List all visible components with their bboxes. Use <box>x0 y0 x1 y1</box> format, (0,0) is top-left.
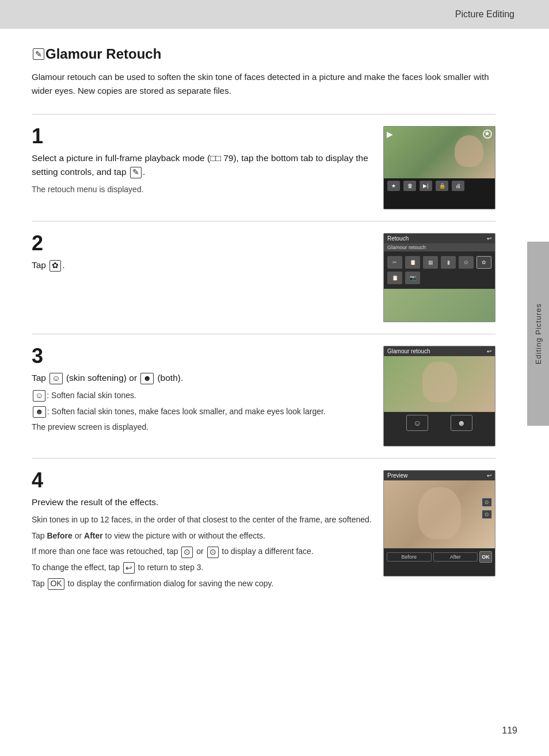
after-label: After <box>84 531 103 540</box>
step-2-number: 2 <box>32 233 372 254</box>
retouch-icon-7: 📋 <box>387 272 402 284</box>
step3-buttons: ☺ ☻ <box>384 412 495 434</box>
retouch-icon-5: ⊙ <box>459 256 474 269</box>
step4-header: Preview ↩ <box>384 471 495 480</box>
glamour-icon: ✎ <box>33 48 44 60</box>
step4-bottom: Before After OK <box>384 548 495 566</box>
step-4-desc3: If more than one face was retouched, tap… <box>32 545 372 558</box>
step3-back: ↩ <box>487 348 491 354</box>
step-4-desc4: To change the effect, tap ↩ to return to… <box>32 562 372 574</box>
step3-photo <box>384 356 495 412</box>
skin-icon: ☺ <box>49 373 62 384</box>
step-3-desc3: The preview screen is displayed. <box>32 421 372 434</box>
step1-face <box>455 135 483 167</box>
step-1-left: 1 Select a picture in full-frame playbac… <box>32 126 372 196</box>
menu-icon-trash: 🗑 <box>403 181 416 191</box>
step2-retouch-label: Retouch <box>387 235 409 242</box>
step4-nav-down[interactable]: ⊙ <box>482 510 492 519</box>
step-4-left: 4 Preview the result of the effects. Ski… <box>32 470 372 590</box>
step-1-screen: ▶ ★ ★ 🗑 ▶| 🔒 🖨 ✎ ✔ 🎤 Y <box>383 126 495 209</box>
page-heading: ✎ Glamour Retouch <box>32 46 495 62</box>
ok-btn[interactable]: OK <box>479 551 492 563</box>
desc1-icon: ☺ <box>33 390 45 402</box>
step4-back: ↩ <box>487 472 491 479</box>
step-1-section: 1 Select a picture in full-frame playbac… <box>32 114 495 209</box>
step-4-screen: Preview ↩ ⊙ ⊙ Before After OK <box>383 470 495 576</box>
step2-retouch-header: Retouch ↩ <box>384 234 495 243</box>
step4-nav-up[interactable]: ⊙ <box>482 498 492 507</box>
step-1-instruction: Select a picture in full-frame playback … <box>32 151 372 179</box>
step-4-desc1: Skin tones in up to 12 faces, in the ord… <box>32 514 372 526</box>
ok-icon: OK <box>48 578 64 590</box>
step4-nav: ⊙ ⊙ <box>482 498 492 519</box>
step2-icons: ✂ 📋 ▦ ▮ ⊙ ✿ 📋 📷 <box>384 251 495 289</box>
step3-face <box>422 362 457 402</box>
step1-photo: ▶ ★ <box>384 127 495 178</box>
menu-icon-lock: 🔒 <box>436 181 448 191</box>
retouch-icon-2: 📋 <box>405 256 420 269</box>
side-tab-label: Editing Pictures <box>534 303 543 364</box>
step-3-section: 3 Tap ☺ (skin softening) or ☻ (both). ☺:… <box>32 334 495 446</box>
step-4-desc5: Tap OK to display the confirmation dialo… <box>32 578 372 590</box>
step-1-image: ▶ ★ ★ 🗑 ▶| 🔒 🖨 ✎ ✔ 🎤 Y <box>383 126 495 209</box>
menu-icon-star: ★ <box>387 181 400 191</box>
step4-header-label: Preview <box>387 472 408 479</box>
nav-icon1: ⊙ <box>181 547 193 558</box>
side-tab: Editing Pictures <box>527 242 549 426</box>
step-2-screen: Retouch ↩ Glamour retouch ✂ 📋 ▦ ▮ ⊙ ✿ 📋 … <box>383 233 495 322</box>
menu-icon-print: 🖨 <box>452 181 464 191</box>
retouch-icon-1: ✂ <box>387 256 402 269</box>
glamour-icon-step2: ✿ <box>49 260 61 272</box>
step-1-number: 1 <box>32 126 372 147</box>
intro-text: Glamour retouch can be used to soften th… <box>32 70 495 98</box>
retouch-icon-3: ▦ <box>423 256 438 269</box>
step-3-number: 3 <box>32 346 372 366</box>
step1-menu-row1: ★ 🗑 ▶| 🔒 🖨 <box>387 181 491 209</box>
step2-back-icon: ↩ <box>487 235 491 242</box>
step-1-sub: The retouch menu is displayed. <box>32 184 372 196</box>
step-4-desc2: Tap Before or After to view the picture … <box>32 530 372 543</box>
step3-header-label: Glamour retouch <box>387 348 430 354</box>
before-btn[interactable]: Before <box>387 552 432 562</box>
after-btn[interactable]: After <box>433 552 478 562</box>
step-3-desc2: ☻: Soften facial skin tones, make faces … <box>32 406 372 418</box>
step3-btn2[interactable]: ☻ <box>451 415 472 431</box>
step-4-number: 4 <box>32 470 372 491</box>
step4-face <box>418 487 461 539</box>
step-4-image: Preview ↩ ⊙ ⊙ Before After OK <box>383 470 495 576</box>
step-3-instruction: Tap ☺ (skin softening) or ☻ (both). <box>32 371 372 385</box>
before-label: Before <box>47 531 72 540</box>
header-bar: Picture Editing <box>0 0 549 29</box>
header-title: Picture Editing <box>455 9 514 20</box>
retouch-icon-8: 📷 <box>405 272 420 284</box>
step-2-instruction: Tap ✿. <box>32 258 372 272</box>
both-icon: ☻ <box>140 373 154 384</box>
step-4-instruction: Preview the result of the effects. <box>32 495 372 509</box>
step2-sub-label: Glamour retouch <box>384 243 495 251</box>
page-number: 119 <box>502 726 517 736</box>
step1-menu: ★ 🗑 ▶| 🔒 🖨 ✎ ✔ 🎤 Y <box>384 178 495 209</box>
main-content: ✎ Glamour Retouch Glamour retouch can be… <box>0 29 527 624</box>
page-title: Glamour Retouch <box>45 46 161 62</box>
step2-photo <box>384 289 495 322</box>
step-2-left: 2 Tap ✿. <box>32 233 372 277</box>
retouch-icon-4: ▮ <box>441 256 456 269</box>
step-3-image: Glamour retouch ↩ ☺ ☻ <box>383 346 495 446</box>
step4-photo: ⊙ ⊙ <box>384 480 495 548</box>
step3-btn1[interactable]: ☺ <box>406 415 428 431</box>
step-3-left: 3 Tap ☺ (skin softening) or ☻ (both). ☺:… <box>32 346 372 434</box>
menu-icon-play: ▶| <box>420 181 432 191</box>
desc2-icon: ☻ <box>33 406 46 418</box>
step-3-screen: Glamour retouch ↩ ☺ ☻ <box>383 346 495 446</box>
nav-icon2: ⊙ <box>207 547 219 558</box>
step-4-section: 4 Preview the result of the effects. Ski… <box>32 458 495 590</box>
retouch-icon-glamour: ✿ <box>476 256 491 269</box>
step-2-section: 2 Tap ✿. Retouch ↩ Glamour retouch ✂ 📋 ▦… <box>32 221 495 322</box>
return-icon: ↩ <box>123 562 135 574</box>
edit-icon-step1: ✎ <box>130 167 142 178</box>
step-3-desc1: ☺: Soften facial skin tones. <box>32 390 372 402</box>
step3-header: Glamour retouch ↩ <box>384 346 495 356</box>
step-2-image: Retouch ↩ Glamour retouch ✂ 📋 ▦ ▮ ⊙ ✿ 📋 … <box>383 233 495 322</box>
